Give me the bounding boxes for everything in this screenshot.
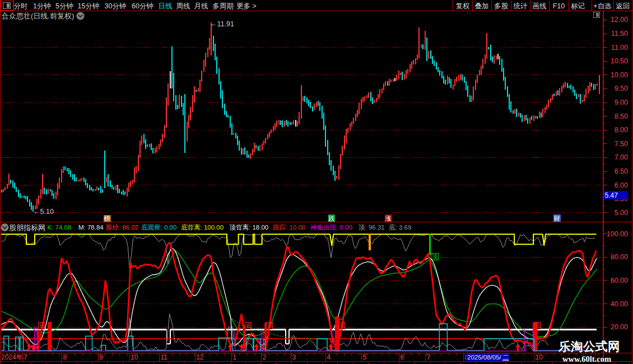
svg-text:10: 10: [131, 353, 138, 361]
svg-text:涨: 涨: [385, 215, 392, 222]
svg-text:15分钟: 15分钟: [78, 2, 100, 10]
svg-text:11.00: 11.00: [611, 44, 628, 52]
svg-text:财: 财: [554, 215, 560, 222]
svg-text:5分钟: 5分钟: [55, 2, 73, 10]
svg-text:更多 >: 更多 >: [236, 2, 257, 10]
svg-text:2: 2: [263, 353, 267, 361]
svg-text:3: 3: [292, 353, 296, 361]
svg-text:月线: 月线: [194, 2, 208, 10]
svg-text:100.00: 100.00: [607, 230, 628, 238]
svg-text:K: 74.08: K: 74.08: [48, 224, 72, 231]
svg-text:1: 1: [233, 353, 237, 361]
svg-text:叠加: 叠加: [475, 2, 489, 10]
svg-text:7.00: 7.00: [615, 153, 628, 161]
svg-text:跟踪: 10.00: 跟踪: 10.00: [273, 224, 305, 231]
svg-text:多周期: 多周期: [212, 2, 234, 10]
svg-text:底: 底: [339, 323, 345, 329]
svg-text:M: 78.84: M: 78.84: [78, 224, 104, 231]
svg-text:6: 6: [401, 353, 404, 361]
svg-text:8: 8: [63, 353, 67, 361]
svg-text:顶背离: 18.00: 顶背离: 18.00: [229, 224, 269, 231]
svg-text:股朋指标网: 股朋指标网: [9, 223, 45, 232]
svg-text:复权: 复权: [456, 2, 471, 10]
svg-text:11: 11: [161, 353, 168, 361]
svg-text:2025/08/05/: 2025/08/05/: [467, 354, 502, 361]
svg-text:5.47: 5.47: [605, 192, 618, 199]
svg-text:6.50: 6.50: [615, 167, 628, 175]
svg-text:www.60lt.com: www.60lt.com: [562, 354, 611, 363]
svg-text:+自选: +自选: [593, 2, 611, 10]
svg-text:底: 3.69: 底: 3.69: [389, 224, 411, 231]
svg-text:1分钟: 1分钟: [33, 2, 51, 10]
svg-text:多股: 多股: [494, 2, 509, 10]
svg-text:底: 底: [267, 323, 272, 329]
svg-text:画线: 画线: [533, 2, 547, 10]
svg-text:6.00: 6.00: [615, 181, 628, 189]
svg-text:底: 底: [245, 323, 251, 329]
svg-text:底观察: 0.00: 底观察: 0.00: [141, 224, 176, 231]
svg-text:9: 9: [99, 353, 103, 361]
svg-text:10.50: 10.50: [611, 57, 628, 65]
svg-text:二: 二: [502, 354, 509, 361]
svg-text:9.00: 9.00: [615, 99, 628, 106]
svg-text:30分钟: 30分钟: [105, 2, 127, 10]
svg-text:5: 5: [363, 353, 367, 361]
svg-text:标记: 标记: [571, 2, 585, 10]
svg-text:顶: 顶: [431, 253, 437, 260]
svg-text:周线: 周线: [176, 2, 190, 10]
svg-text:7: 7: [24, 353, 27, 361]
svg-text:股经: 86.02: 股经: 86.02: [106, 224, 138, 231]
svg-text:7.50: 7.50: [615, 140, 628, 148]
svg-text:榜: 榜: [104, 215, 110, 222]
svg-text:2024年: 2024年: [1, 353, 23, 361]
svg-text:乐淘公式网: 乐淘公式网: [558, 340, 620, 353]
svg-text:80.00: 80.00: [611, 253, 628, 261]
svg-text:20.00: 20.00: [611, 323, 628, 331]
svg-text:F10: F10: [553, 2, 565, 10]
svg-text:顶: 96.31: 顶: 96.31: [358, 224, 385, 231]
svg-text:10.00: 10.00: [611, 71, 628, 79]
svg-text:11.50: 11.50: [611, 30, 628, 38]
svg-text:跌: 跌: [328, 215, 335, 222]
svg-text:底: 底: [39, 323, 44, 329]
svg-text:10: 10: [536, 353, 543, 361]
svg-text:←5.10: ←5.10: [33, 208, 54, 216]
svg-text:←11.91: ←11.91: [210, 20, 234, 28]
svg-text:日线: 日线: [159, 2, 173, 10]
svg-text:底背离: 100.00: 底背离: 100.00: [181, 224, 224, 231]
svg-text:分时: 分时: [14, 2, 28, 10]
svg-text:底: 底: [534, 323, 540, 329]
svg-text:12: 12: [196, 353, 204, 361]
svg-text:神偷出现: 0.00: 神偷出现: 0.00: [310, 224, 352, 231]
svg-text:12.00: 12.00: [611, 16, 628, 24]
svg-text:7: 7: [427, 353, 431, 361]
svg-text:5.00: 5.00: [615, 209, 628, 217]
svg-text:60分钟: 60分钟: [132, 2, 153, 10]
svg-text:合众思壮(日线.前复权): 合众思壮(日线.前复权): [2, 12, 74, 20]
svg-text:8.00: 8.00: [615, 126, 628, 134]
svg-text:统计: 统计: [514, 2, 528, 10]
svg-text:返回: 返回: [616, 2, 630, 10]
svg-text:60.00: 60.00: [611, 277, 628, 284]
svg-text:4: 4: [327, 353, 331, 361]
svg-text:8.50: 8.50: [615, 113, 628, 120]
svg-text:9.50: 9.50: [615, 85, 628, 92]
svg-text:40.00: 40.00: [611, 300, 628, 308]
